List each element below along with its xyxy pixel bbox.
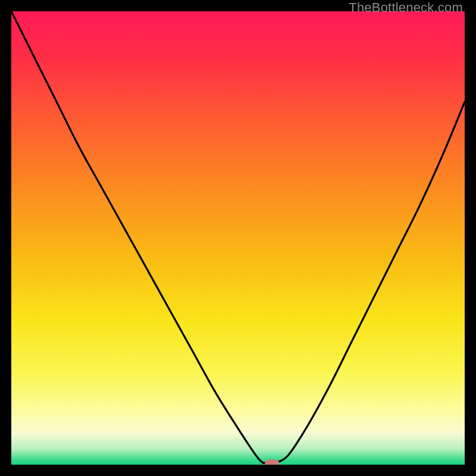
optimal-marker: [265, 459, 279, 465]
chart-svg: [11, 11, 465, 465]
watermark-text: TheBottleneck.com: [349, 0, 463, 15]
chart-container: TheBottleneck.com: [0, 0, 476, 476]
gradient-background: [11, 11, 465, 465]
plot-area: [11, 11, 465, 465]
